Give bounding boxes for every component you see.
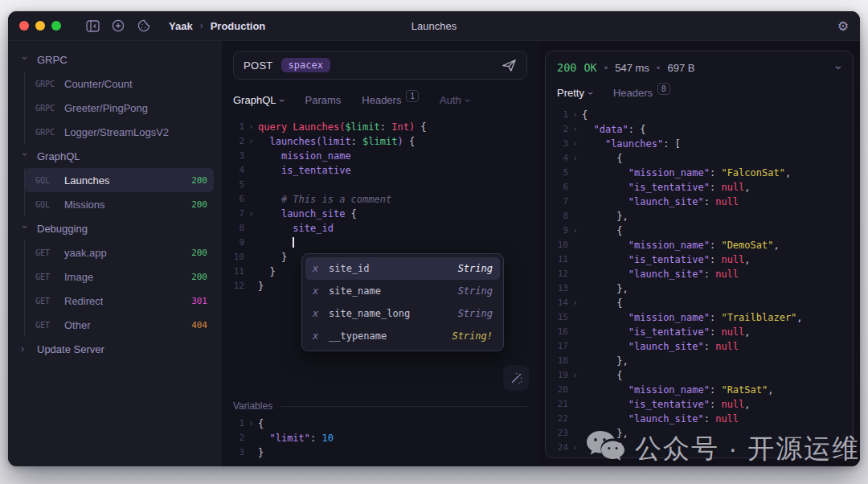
sidebar-folder-debugging[interactable]: ›Debugging (8, 216, 222, 240)
sidebar-request-yaak-app[interactable]: GETyaak.app200 (24, 240, 214, 265)
fold-gutter (568, 426, 582, 441)
fold-gutter (244, 265, 258, 279)
line-number: 6 (546, 180, 568, 195)
code-text: } (258, 279, 264, 293)
code-line: 2› "data": { (546, 122, 853, 137)
request-label: Greeter/PingPong (64, 102, 148, 114)
tab-response-headers[interactable]: Headers 8 (613, 87, 670, 99)
autocomplete-item-site-name-long[interactable]: x site_name_long String (305, 302, 500, 325)
tab-auth[interactable]: Auth (440, 94, 469, 106)
sidebar-request-image[interactable]: GETImage200 (24, 265, 214, 289)
response-tabs: Pretty Headers 8 (546, 77, 853, 101)
fold-chevron-icon[interactable]: › (568, 151, 582, 166)
autocomplete-type: String (458, 308, 493, 319)
fold-chevron-icon[interactable]: › (244, 207, 258, 221)
fold-chevron-icon[interactable]: › (244, 120, 258, 134)
line-number: 8 (222, 221, 244, 236)
autocomplete-item-typename[interactable]: x __typename String! (305, 325, 500, 347)
fold-chevron-icon[interactable]: › (568, 122, 582, 137)
line-number: 19 (546, 368, 568, 383)
fold-gutter (244, 221, 258, 236)
url-bar[interactable]: POST spacex (233, 51, 527, 80)
environment-name[interactable]: Production (211, 20, 266, 32)
fold-chevron-icon[interactable]: › (568, 441, 582, 455)
autocomplete-item-site-id[interactable]: x site_id String (305, 257, 500, 280)
line-number: 1 (546, 108, 568, 122)
workspace-name[interactable]: Yaak (169, 20, 193, 32)
line-number: 2 (222, 431, 244, 445)
fold-chevron-icon[interactable]: › (568, 368, 582, 383)
fold-chevron-icon[interactable]: › (568, 137, 582, 151)
method-label[interactable]: POST (244, 59, 273, 72)
status-badge: 404 (191, 320, 207, 330)
tab-graphql[interactable]: GraphQL (233, 94, 284, 106)
sidebar-request-redirect[interactable]: GETRedirect301 (24, 289, 214, 313)
tab-params[interactable]: Params (305, 94, 341, 106)
chevron-down-icon[interactable]: › (19, 153, 31, 161)
fold-gutter (244, 445, 258, 460)
request-label: Missions (64, 199, 105, 211)
line-number: 15 (546, 310, 568, 325)
code-line: 10 "mission_name": "DemoSat", (546, 238, 853, 252)
line-number: 7 (546, 195, 568, 209)
code-text: }, (582, 209, 628, 224)
code-text: mission_name (258, 149, 351, 163)
close-button[interactable] (19, 21, 29, 31)
tab-pretty-label: Pretty (557, 87, 584, 99)
tab-headers[interactable]: Headers 1 (362, 94, 419, 106)
format-wand-button[interactable] (503, 365, 529, 391)
chevron-down-icon[interactable]: › (19, 56, 31, 64)
minimize-button[interactable] (35, 21, 45, 31)
code-line: 8 }, (546, 209, 853, 224)
sidebar-request-missions[interactable]: GQLMissions200 (24, 192, 214, 216)
new-request-icon[interactable] (106, 16, 130, 35)
folder-label: GRPC (37, 54, 68, 66)
tab-params-label: Params (305, 94, 341, 106)
sidebar-toggle-icon[interactable] (80, 16, 104, 35)
sidebar-request-launches[interactable]: GQLLaunches200 (24, 168, 214, 192)
sidebar-request-logger-streamlogsv2[interactable]: GRPCLogger/StreamLogsV2 (24, 120, 214, 144)
autocomplete-item-site-name[interactable]: x site_name String (305, 280, 500, 302)
fold-chevron-icon[interactable]: › (568, 108, 582, 122)
graphql-editor[interactable]: 1›query Launches($limit: Int) {2› launch… (222, 120, 538, 399)
watermark: 公众号 · 开源运维 (585, 429, 860, 468)
method-badge: GET (35, 248, 64, 257)
status-code: 200 (557, 61, 576, 74)
cookie-icon[interactable] (132, 16, 156, 35)
status-badge: 200 (191, 199, 207, 210)
url-pill[interactable]: spacex (281, 58, 330, 72)
code-line: 11 "is_tentative": null, (546, 252, 853, 267)
method-badge: GRPC (35, 128, 64, 137)
response-body[interactable]: 1›{2› "data": {3› "launches": [4› {5 "mi… (546, 108, 853, 457)
breadcrumb[interactable]: Yaak › Production (169, 20, 265, 32)
fold-gutter (568, 383, 582, 397)
response-headers-count-badge: 8 (657, 83, 670, 95)
method-badge: GET (35, 273, 64, 281)
sidebar-folder-grpc[interactable]: ›GRPC (8, 47, 222, 72)
fold-gutter (244, 236, 258, 250)
fold-chevron-icon[interactable]: › (244, 134, 258, 149)
code-line: 8 site_id (222, 221, 538, 236)
maximize-button[interactable] (51, 21, 61, 31)
variables-editor[interactable]: 1›{2 "limit": 103} (222, 416, 538, 460)
sidebar-folder-graphql[interactable]: ›GraphQL (8, 144, 222, 168)
fold-chevron-icon[interactable]: › (244, 416, 258, 431)
tab-pretty[interactable]: Pretty (557, 87, 592, 99)
sidebar-folder-update-server[interactable]: ›Update Server (8, 337, 222, 361)
chevron-down-icon[interactable] (837, 61, 841, 74)
code-line: 12 "launch_site": null (546, 267, 853, 281)
code-line: 1›{ (222, 416, 538, 431)
sidebar-request-counter-count[interactable]: GRPCCounter/Count (24, 72, 214, 96)
sidebar-request-greeter-pingpong[interactable]: GRPCGreeter/PingPong (24, 96, 214, 120)
code-line: 21 "is_tentative": null, (546, 397, 853, 412)
fold-chevron-icon[interactable]: › (568, 224, 582, 238)
chevron-right-icon[interactable]: › (21, 343, 29, 355)
send-button[interactable] (502, 59, 517, 72)
code-line: 5 (222, 178, 538, 192)
line-number: 3 (546, 137, 568, 151)
chevron-down-icon[interactable]: › (19, 225, 31, 233)
sidebar-request-other[interactable]: GETOther404 (24, 313, 214, 337)
fold-chevron-icon[interactable]: › (568, 296, 582, 310)
line-number: 20 (546, 383, 568, 397)
settings-gear-icon[interactable] (837, 18, 849, 34)
